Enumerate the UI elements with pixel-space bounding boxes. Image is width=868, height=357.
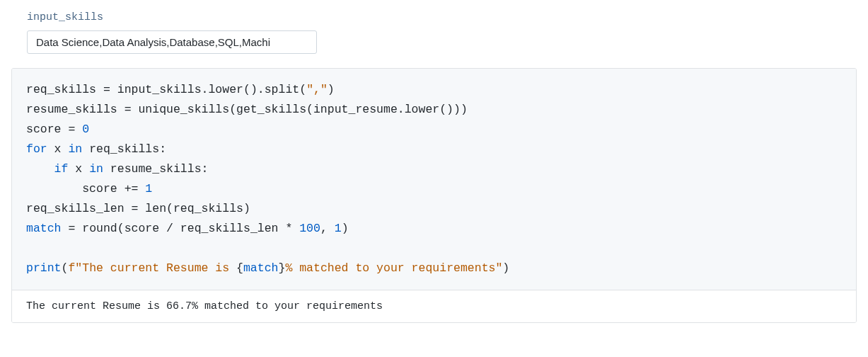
input-skills-field[interactable]: Data Science,Data Analysis,Database,SQL,… <box>27 30 317 54</box>
output-block: The current Resume is 66.7% matched to y… <box>12 290 856 322</box>
widget-label: input_skills <box>27 11 857 23</box>
code-block: req_skills = input_skills.lower().split(… <box>12 69 856 290</box>
code-cell: req_skills = input_skills.lower().split(… <box>11 68 857 323</box>
